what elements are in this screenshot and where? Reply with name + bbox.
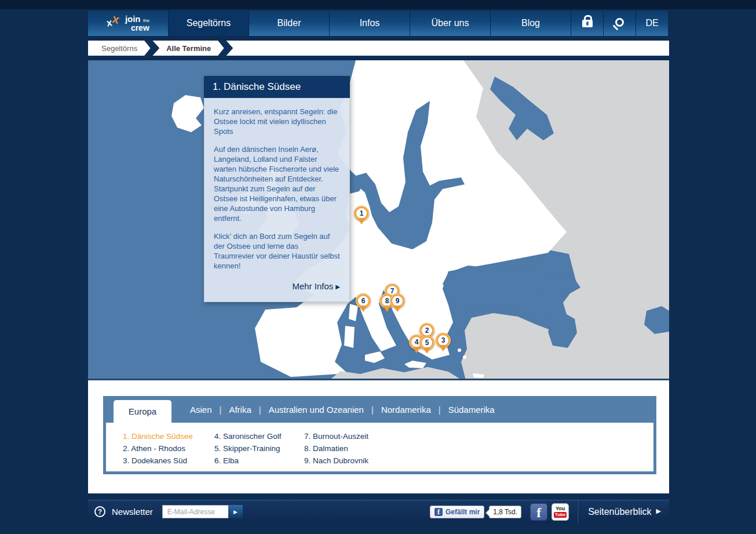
nav-tab-label: Segeltörns	[187, 18, 231, 28]
popup-paragraph: Auf den dänischen Inseln Aerø, Langeland…	[214, 144, 340, 223]
nav-tab-ueber-uns[interactable]: Über uns	[410, 10, 490, 36]
map-marker-5[interactable]: 5	[419, 335, 434, 350]
nav-tab-label: Über uns	[432, 18, 469, 28]
language-switch[interactable]: DE	[636, 10, 668, 36]
like-count-badge: 1,8 Tsd.	[489, 506, 521, 518]
lock-icon	[582, 20, 593, 27]
like-label: Gefällt mir	[445, 508, 480, 516]
destination-column: 4. Saronischer Golf 5. Skipper-Training …	[214, 430, 304, 471]
sitemap-link[interactable]: Seitenüberblick ▶	[588, 507, 661, 517]
destination-item-8[interactable]: 8. Dalmatien	[304, 442, 368, 455]
mehr-infos-link[interactable]: Mehr Infos▶	[214, 281, 340, 292]
nav-tab-label: Infos	[360, 18, 380, 28]
destination-item-4[interactable]: 4. Saronischer Golf	[214, 430, 304, 442]
marker-number: 6	[358, 296, 368, 306]
search-button[interactable]	[603, 10, 636, 36]
popup-paragraph: Klick’ dich an Bord zum Segeln auf der O…	[214, 231, 340, 271]
tab-suedamerika[interactable]: Südamerika	[448, 405, 495, 415]
youtube-you-label: You	[556, 506, 565, 511]
destination-item-3[interactable]: 3. Dodekanes Süd	[123, 455, 214, 467]
youtube-tube-label: Tube	[554, 512, 567, 518]
tab-nordamerika[interactable]: Nordamerika	[381, 405, 431, 415]
logo-graphic: x x join the crew	[107, 14, 149, 32]
main-nav: x x join the crew Segeltörns Bilder Info…	[88, 10, 669, 36]
destination-item-7[interactable]: 7. Burnout-Auszeit	[304, 430, 368, 442]
destination-popup: 1. Dänische Südsee Kurz anreisen, entspa…	[204, 76, 350, 302]
mehr-infos-label: Mehr Infos	[292, 281, 333, 291]
separator: |	[439, 405, 441, 415]
destination-column: 1. Dänische Südsee 2. Athen - Rhodos 3. …	[123, 430, 214, 471]
language-label: DE	[645, 18, 658, 28]
separator: |	[259, 405, 261, 415]
destination-item-2[interactable]: 2. Athen - Rhodos	[123, 442, 214, 455]
map-marker-9[interactable]: 9	[390, 293, 405, 308]
search-icon	[615, 18, 624, 27]
destination-item-1[interactable]: 1. Dänische Südsee	[123, 430, 214, 442]
europe-map[interactable]: 123456789 1. Dänische Südsee Kurz anreis…	[88, 60, 669, 380]
logo[interactable]: x x join the crew	[88, 10, 168, 36]
sitemap-label: Seitenüberblick	[588, 507, 651, 517]
facebook-f-icon: f	[434, 508, 443, 516]
arrow-right-icon: ▶	[656, 507, 661, 515]
breadcrumb-alle-termine[interactable]: Alle Termine	[166, 44, 211, 53]
logo-text: join the crew	[125, 16, 149, 31]
newsletter-label: Newsletter	[112, 507, 153, 517]
map-marker-6[interactable]: 6	[356, 293, 371, 308]
marker-number: 1	[356, 208, 367, 219]
map-marker-1[interactable]: 1	[354, 206, 369, 221]
nav-tab-label: Bilder	[277, 18, 301, 28]
newsletter-submit-button[interactable]: ▶	[228, 505, 243, 518]
separator: |	[220, 405, 222, 415]
facebook-icon[interactable]: f	[530, 503, 547, 521]
nav-tab-label: Blog	[521, 18, 540, 28]
tab-afrika[interactable]: Afrika	[229, 405, 251, 415]
destination-column: 7. Burnout-Auszeit 8. Dalmatien 9. Nach …	[304, 430, 368, 471]
tab-australien-ozeanien[interactable]: Australien und Ozeanien	[269, 405, 364, 415]
continent-list: Asien | Afrika | Australien und Ozeanien…	[190, 405, 495, 415]
tab-europa[interactable]: Europa	[114, 400, 171, 423]
popup-body: Kurz anreisen, entspannt Segeln: die Ost…	[204, 98, 350, 302]
nav-tab-segeltoerns[interactable]: Segeltörns	[168, 10, 249, 36]
map-graphic	[88, 60, 669, 380]
map-marker-3[interactable]: 3	[436, 333, 451, 348]
separator: |	[371, 405, 374, 415]
content-band: Europa Asien | Afrika | Australien und O…	[88, 380, 669, 493]
login-button[interactable]	[571, 10, 603, 36]
logo-word-crew: crew	[131, 24, 149, 31]
footer-divider	[577, 500, 578, 524]
newsletter-email-input[interactable]	[162, 505, 228, 518]
facebook-like-button[interactable]: f Gefällt mir	[430, 506, 484, 518]
nav-tab-infos[interactable]: Infos	[329, 10, 410, 36]
popup-title: 1. Dänische Südsee	[204, 76, 350, 98]
continent-tabs: Europa Asien | Afrika | Australien und O…	[106, 396, 653, 423]
destination-item-5[interactable]: 5. Skipper-Training	[214, 442, 304, 455]
youtube-icon[interactable]: You Tube	[552, 503, 569, 521]
breadcrumb: Segeltörns Alle Termine	[88, 41, 669, 58]
destination-list: 1. Dänische Südsee 2. Athen - Rhodos 3. …	[106, 423, 653, 471]
nav-tab-bilder[interactable]: Bilder	[249, 10, 329, 36]
logo-word-join: join	[125, 14, 141, 24]
breadcrumb-segeltoerns[interactable]: Segeltörns	[101, 44, 137, 53]
destination-item-9[interactable]: 9. Nach Dubrovnik	[304, 455, 368, 467]
destination-item-6[interactable]: 6. Elba	[214, 455, 304, 467]
marker-number: 3	[438, 335, 448, 346]
marker-number: 5	[422, 337, 432, 348]
nav-tab-blog[interactable]: Blog	[490, 10, 571, 36]
chevron-right-icon	[144, 41, 159, 56]
destination-panel: Europa Asien | Afrika | Australien und O…	[103, 396, 656, 474]
arrow-right-icon: ▶	[335, 284, 340, 290]
logo-figures-icon: x x	[107, 14, 124, 32]
page: x x join the crew Segeltörns Bilder Info…	[0, 0, 756, 534]
logo-word-the: the	[143, 18, 149, 23]
top-strip	[0, 0, 756, 9]
help-icon[interactable]: ?	[94, 506, 105, 517]
footer-bar: ? Newsletter ▶ f Gefällt mir 1,8 Tsd. f …	[88, 500, 669, 523]
marker-number: 9	[392, 296, 403, 306]
popup-paragraph: Kurz anreisen, entspannt Segeln: die Ost…	[214, 107, 340, 136]
marker-number: 2	[422, 325, 432, 336]
chevron-right-icon	[218, 41, 233, 56]
tab-asien[interactable]: Asien	[190, 405, 212, 415]
